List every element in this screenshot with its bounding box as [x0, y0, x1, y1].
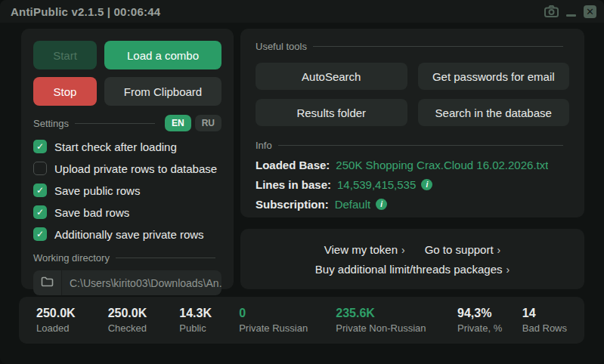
- chevron-right-icon: ›: [497, 244, 501, 256]
- lines-in-base-row: Lines in base: 14,539,415,535 i: [256, 177, 569, 192]
- stat-label: Checked: [108, 322, 180, 334]
- checkbox-label: Upload private rows to database: [54, 162, 217, 175]
- checkbox-box[interactable]: [33, 184, 47, 197]
- buy-packages-link[interactable]: Buy additional limit/threads packages›: [315, 263, 510, 276]
- minimize-button[interactable]: [566, 14, 576, 17]
- divider: [116, 258, 215, 258]
- stat-label: Private Non-Russian: [336, 322, 457, 334]
- loaded-base-label: Loaded Base:: [256, 159, 330, 171]
- checkbox-label: Start check after loading: [54, 140, 177, 153]
- stats-bar: 250.0K Loaded 250.0K Checked 14.3K Publi…: [19, 297, 584, 344]
- stat-value: 14.3K: [179, 307, 239, 320]
- checkbox-box[interactable]: [33, 227, 47, 241]
- control-panel: Start Load a combo Stop From Clipboard S…: [21, 29, 234, 289]
- window-controls: ✕: [544, 0, 596, 23]
- stat-loaded: 250.0K Loaded: [36, 307, 108, 334]
- working-directory-header: Working directory: [33, 252, 221, 264]
- stat-value: 250.0K: [108, 307, 180, 320]
- loaded-base-row: Loaded Base: 250K Shopping Crax.Cloud 16…: [256, 157, 569, 172]
- results-folder-button[interactable]: Results folder: [256, 99, 407, 126]
- checkbox-additionally-save-private-rows[interactable]: Additionally save private rows: [33, 227, 221, 241]
- search-database-button[interactable]: Search in the database: [418, 99, 570, 126]
- get-passwords-button[interactable]: Get passwords for email: [418, 63, 570, 90]
- stat-bad-rows: 14 Bad Rows: [522, 307, 567, 334]
- useful-tools-grid: AutoSearch Get passwords for email Resul…: [256, 63, 569, 126]
- app-window: AntiPublic v2.1.5 | 00:06:44 ✕ Start Loa…: [0, 0, 604, 364]
- checkbox-box[interactable]: [33, 162, 47, 175]
- stat-label: Private, %: [457, 322, 522, 334]
- stat-value: 94,3%: [457, 307, 522, 320]
- stat-private-percent: 94,3% Private, %: [457, 307, 522, 334]
- settings-checkbox-list: Start check after loading Upload private…: [33, 140, 221, 241]
- divider: [313, 46, 563, 47]
- checkbox-label: Save public rows: [54, 184, 140, 197]
- language-ru-toggle[interactable]: RU: [195, 115, 221, 131]
- stat-value: 235.6K: [336, 307, 457, 320]
- info-tooltip-icon[interactable]: i: [421, 179, 432, 190]
- load-combo-button[interactable]: Load a combo: [104, 41, 221, 69]
- stat-value: 14: [522, 307, 567, 320]
- divider: [75, 123, 155, 124]
- lines-in-base-label: Lines in base:: [256, 178, 331, 191]
- from-clipboard-button[interactable]: From Clipboard: [104, 77, 221, 106]
- settings-label: Settings: [33, 118, 69, 129]
- info-tooltip-icon[interactable]: i: [376, 199, 387, 210]
- checkbox-save-bad-rows[interactable]: Save bad rows: [33, 205, 221, 219]
- useful-tools-header: Useful tools: [256, 41, 569, 52]
- view-my-token-link[interactable]: View my token›: [324, 243, 405, 256]
- tools-info-panel: Useful tools AutoSearch Get passwords fo…: [240, 29, 584, 217]
- checkbox-box[interactable]: [33, 205, 47, 219]
- checkbox-label: Save bad rows: [54, 206, 129, 219]
- checkbox-save-public-rows[interactable]: Save public rows: [33, 184, 221, 197]
- close-button[interactable]: ✕: [584, 5, 596, 18]
- subscription-value: Default: [335, 198, 371, 211]
- info-label: Info: [256, 140, 272, 151]
- divider: [278, 145, 563, 146]
- autosearch-button[interactable]: AutoSearch: [256, 63, 407, 90]
- stat-value: 250.0K: [36, 307, 108, 320]
- stat-label: Public: [179, 322, 239, 334]
- stat-label: Private Russian: [239, 322, 336, 334]
- useful-tools-label: Useful tools: [256, 41, 307, 52]
- title-bar: AntiPublic v2.1.5 | 00:06:44 ✕: [0, 0, 604, 23]
- stat-private-non-russian: 235.6K Private Non-Russian: [336, 307, 457, 334]
- chevron-right-icon: ›: [506, 264, 510, 276]
- subscription-row: Subscription: Default i: [256, 196, 569, 211]
- info-rows: Loaded Base: 250K Shopping Crax.Cloud 16…: [256, 157, 569, 211]
- working-directory-row: C:\Users\kirito03\Downloads\An...: [33, 270, 221, 295]
- screenshot-camera-icon[interactable]: [544, 5, 559, 17]
- lines-in-base-value: 14,539,415,535: [337, 178, 416, 191]
- stop-button[interactable]: Stop: [33, 77, 97, 106]
- browse-folder-button[interactable]: [33, 270, 62, 295]
- checkbox-start-check-after-loading[interactable]: Start check after loading: [33, 140, 221, 153]
- subscription-label: Subscription:: [256, 198, 329, 211]
- stat-value: 0: [239, 307, 336, 320]
- folder-icon: [41, 276, 54, 289]
- stat-label: Bad Rows: [522, 322, 567, 334]
- settings-section-header: Settings EN RU: [33, 115, 221, 131]
- working-directory-label: Working directory: [33, 252, 110, 264]
- go-to-support-link[interactable]: Go to support›: [425, 243, 501, 256]
- window-title: AntiPublic v2.1.5 | 00:06:44: [11, 5, 160, 18]
- stat-public: 14.3K Public: [179, 307, 239, 334]
- language-en-toggle[interactable]: EN: [165, 115, 191, 131]
- checkbox-upload-private-rows[interactable]: Upload private rows to database: [33, 162, 221, 175]
- checkbox-label: Additionally save private rows: [54, 228, 204, 241]
- info-header: Info: [256, 140, 569, 151]
- start-button[interactable]: Start: [33, 41, 97, 69]
- stat-checked: 250.0K Checked: [108, 307, 180, 334]
- checkbox-box[interactable]: [33, 140, 47, 153]
- chevron-right-icon: ›: [401, 244, 405, 256]
- links-panel: View my token› Go to support› Buy additi…: [240, 229, 584, 289]
- stat-private-russian: 0 Private Russian: [239, 307, 336, 334]
- working-directory-path[interactable]: C:\Users\kirito03\Downloads\An...: [62, 270, 221, 295]
- loaded-base-value: 250K Shopping Crax.Cloud 16.02.2026.txt: [336, 159, 548, 171]
- stat-label: Loaded: [36, 322, 108, 334]
